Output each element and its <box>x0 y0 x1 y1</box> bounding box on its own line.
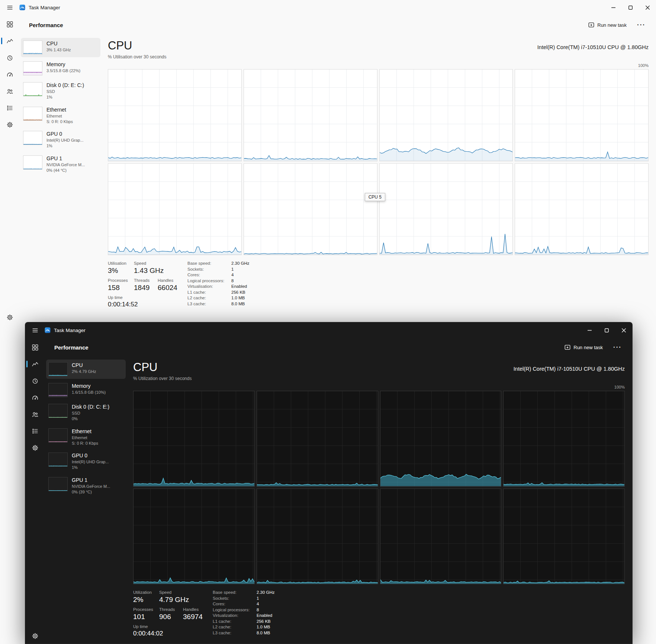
gpu1-mini-graph <box>48 477 68 491</box>
startup-apps-icon[interactable] <box>30 393 40 402</box>
sidebar-item-gpu1[interactable]: GPU 1NVIDIA GeForce M...0% (44 °C) <box>21 153 100 176</box>
close-button[interactable] <box>615 322 632 338</box>
graph-axis-label: % Utilization over 30 seconds <box>133 376 625 381</box>
sidebar-item-memory[interactable]: Memory3.5/15.8 GB (22%) <box>21 59 100 78</box>
titlebar: Task Manager <box>0 0 656 15</box>
run-new-task-icon <box>588 22 594 28</box>
cpu-core-graph-cell <box>257 391 378 487</box>
sidebar-item-cpu[interactable]: CPU3% 1.43 GHz <box>21 38 100 57</box>
handles-value: 36974 <box>183 613 203 621</box>
handles-label: Handles <box>158 278 177 283</box>
processes-icon[interactable] <box>5 19 15 29</box>
sidebar-item-gpu1[interactable]: GPU 1NVIDIA GeForce M...0% (39 °C) <box>46 474 126 498</box>
cpu-stats: Utilization2% Speed4.79 GHz Processes101… <box>133 590 625 641</box>
users-icon[interactable] <box>30 409 40 419</box>
sidebar-item-ethernet[interactable]: EthernetEthernetS: 0 R: 0 Kbps <box>46 426 126 449</box>
uptime-label: Up time <box>108 295 138 300</box>
sidebar-item-gpu0[interactable]: GPU 0Intel(R) UHD Grap...1% <box>21 128 100 151</box>
cpu-details: Base speed:2.30 GHz Sockets:1 Cores:4 Lo… <box>187 261 250 312</box>
settings-icon[interactable] <box>30 631 40 641</box>
utilization-label: Utilization <box>133 590 159 595</box>
graph-scale-label: 100% <box>614 385 625 389</box>
sidebar-item-gpu0[interactable]: GPU 0Intel(R) UHD Grap...1% <box>46 450 126 473</box>
run-new-task-icon <box>565 344 570 350</box>
window-title: Task Manager <box>54 328 86 333</box>
minimize-button[interactable] <box>605 0 622 15</box>
cpu-core-graph-cell <box>503 391 625 487</box>
sidebar-item-ethernet[interactable]: EthernetEthernetS: 0 R: 0 Kbps <box>21 104 100 127</box>
cpu-details: Base speed:2.30 GHz Sockets:1 Cores:4 Lo… <box>213 590 275 641</box>
gpu0-mini-graph <box>23 131 42 145</box>
window-title: Task Manager <box>29 5 60 10</box>
cpu-mini-graph <box>48 362 68 376</box>
task-manager-window-dark: Task Manager Performance Run new tas <box>25 322 633 644</box>
minimize-button[interactable] <box>581 322 598 338</box>
processes-label: Processes <box>108 278 134 283</box>
speed-value: 4.79 GHz <box>159 596 189 604</box>
hamburger-menu-button[interactable] <box>25 322 45 338</box>
more-options-button[interactable]: ··· <box>613 345 622 349</box>
maximize-button[interactable] <box>598 322 615 338</box>
services-icon[interactable] <box>5 120 15 129</box>
handles-value: 66024 <box>158 284 177 292</box>
speed-label: Speed <box>134 261 164 265</box>
speed-label: Speed <box>159 590 189 595</box>
services-icon[interactable] <box>30 443 40 453</box>
cpu-core-graph-cell <box>244 163 377 255</box>
uptime-label: Up time <box>133 624 163 629</box>
cpu-core-graph-cell <box>503 489 625 585</box>
task-manager-app-icon <box>45 327 51 333</box>
utilisation-label: Utilisation <box>108 261 134 265</box>
app-history-icon[interactable] <box>5 53 15 62</box>
cpu-panel-title: CPU <box>133 361 157 374</box>
gpu1-mini-graph <box>23 155 42 170</box>
run-new-task-button[interactable]: Run new task <box>588 22 627 28</box>
more-options-button[interactable]: ··· <box>637 23 646 27</box>
threads-value: 906 <box>159 613 183 621</box>
hamburger-menu-button[interactable] <box>0 0 19 15</box>
run-new-task-button[interactable]: Run new task <box>565 344 603 350</box>
sidebar-item-cpu[interactable]: CPU2% 4.79 GHz <box>46 360 126 379</box>
sidebar-item-disk0[interactable]: Disk 0 (D: C: E:)SSD0% <box>46 401 126 424</box>
details-icon[interactable] <box>5 103 15 113</box>
details-icon[interactable] <box>30 426 40 436</box>
processes-value: 101 <box>133 613 159 621</box>
cpu-core-graph-cell <box>515 163 649 255</box>
cpu-core-graph-cell <box>379 69 513 161</box>
settings-icon[interactable] <box>5 312 15 322</box>
sidebar-item-disk0[interactable]: Disk 0 (D: E: C:)SSD1% <box>21 80 100 103</box>
cpu-panel-title: CPU <box>108 39 132 52</box>
speed-value: 1.43 GHz <box>134 267 164 275</box>
gpu0-mini-graph <box>48 453 68 467</box>
disk-mini-graph <box>23 82 42 96</box>
utilisation-value: 3% <box>108 267 134 275</box>
cpu-model-name: Intel(R) Core(TM) i7-10510U CPU @ 1.80GH… <box>514 366 625 372</box>
cpu-core-graph-cell <box>380 489 502 585</box>
cpu-core-graph-cell <box>380 391 502 487</box>
cpu-core-graphs: 100% CPU 5 <box>108 69 649 255</box>
task-manager-app-icon <box>19 4 25 10</box>
cpu-core-graph-cell <box>108 163 242 255</box>
nav-rail <box>25 338 45 644</box>
cpu-core-graph-cell <box>257 489 378 585</box>
sidebar-item-memory[interactable]: Memory1.6/15.8 GB (10%) <box>46 380 126 400</box>
disk-mini-graph <box>48 404 68 418</box>
users-icon[interactable] <box>5 86 15 96</box>
uptime-value: 0:00:14:52 <box>108 301 138 308</box>
cpu-core-graphs: 100% <box>133 391 625 584</box>
cpu-core-graph-cell <box>244 69 377 161</box>
maximize-button[interactable] <box>622 0 639 15</box>
close-button[interactable] <box>639 0 656 15</box>
startup-apps-icon[interactable] <box>5 70 15 79</box>
page-header: Performance Run new task ··· <box>19 15 656 35</box>
processes-icon[interactable] <box>30 342 40 352</box>
memory-mini-graph <box>48 383 68 397</box>
handles-label: Handles <box>183 607 203 612</box>
cpu-core-graph-cell <box>108 69 242 161</box>
page-title: Performance <box>29 22 63 28</box>
performance-icon[interactable] <box>30 359 40 369</box>
threads-label: Threads <box>134 278 158 283</box>
performance-icon[interactable] <box>5 36 15 46</box>
ethernet-mini-graph <box>23 107 42 121</box>
app-history-icon[interactable] <box>30 376 40 386</box>
